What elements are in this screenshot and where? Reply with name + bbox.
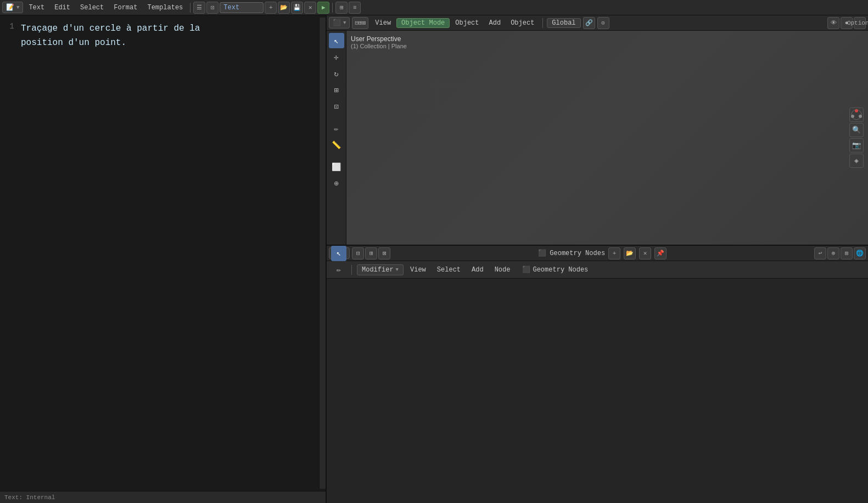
sep3	[542, 18, 543, 28]
camera-tool[interactable]: 📷	[849, 138, 864, 152]
geo-nodes-secondary-bar: ↖ ✏ ✂ Modifier ▼ View Select Add Node ⬛	[327, 261, 868, 279]
menu-text[interactable]: Text	[24, 3, 49, 13]
run-script-btn[interactable]: ▶	[317, 2, 329, 14]
text-line-2: position d'un point.	[21, 36, 315, 50]
overlay-btn[interactable]: 👁	[827, 17, 839, 29]
measure-tool[interactable]: 📏	[329, 137, 344, 152]
line-numbers: 1	[0, 18, 16, 489]
text-lines[interactable]: Traçage d'un cercle à partir de la posit…	[16, 18, 319, 489]
geo-layout-2[interactable]: ⊞	[365, 247, 377, 259]
geo-icon-4[interactable]: 🌐	[854, 247, 866, 259]
top-menubar: 📝 ▼ Text Edit Select Format Templates ☰ …	[0, 0, 868, 15]
viewport-perspective-label: User Perspective	[351, 35, 407, 43]
geo-icon-3[interactable]: ⊞	[841, 247, 853, 259]
close-text-btn[interactable]: ✕	[304, 2, 316, 14]
object-tool[interactable]: ⬜	[329, 159, 344, 174]
modifier-dropdown[interactable]: Modifier ▼	[357, 264, 404, 275]
viewport-menus: View Object Mode Object Add Object	[371, 18, 539, 28]
geo-browse-btn[interactable]: 📂	[624, 247, 636, 259]
geo-nodes-panel: ⬛ ▼ ⊟ ⊞ ⊠ ⬛ Geometry Nodes + 📂 ✕ 📌	[327, 246, 868, 503]
geo-layout-icons: ⊟ ⊞ ⊠	[352, 247, 390, 259]
geo-new-btn[interactable]: +	[608, 247, 620, 259]
viewport-menu-view[interactable]: View	[371, 18, 395, 28]
transform-global-btn[interactable]: Global	[547, 18, 580, 28]
object-mode-btn[interactable]: Object Mode	[396, 18, 450, 28]
main-area: 1 Traçage d'un cercle à partir de la pos…	[0, 15, 868, 503]
connections-svg	[327, 279, 868, 503]
geo-nodes-canvas[interactable]: ▼ Group Input Geometry ▼ Subtract	[327, 279, 868, 503]
viewport-editor-icon: ⬛	[333, 19, 341, 27]
svg-point-18	[851, 115, 854, 118]
editor-type-button[interactable]: 📝 ▼	[2, 2, 23, 13]
line-numbers-btn[interactable]: ≡	[349, 2, 361, 14]
viewport-menu-select[interactable]: Add	[485, 18, 506, 28]
render-mode-icon[interactable]: ◈	[849, 154, 864, 168]
origin-tool[interactable]: ⊕	[329, 176, 344, 191]
top-menu-items: Text Edit Select Format Templates	[24, 3, 187, 13]
geo-close-btn[interactable]: ✕	[639, 247, 651, 259]
status-bar: Text: Internal	[0, 491, 326, 503]
viewport-menu-add[interactable]: Object	[506, 18, 539, 28]
sync-btn[interactable]: ⊞	[335, 2, 348, 14]
geo-center-area: ⬛ Geometry Nodes + 📂 ✕ 📌	[393, 247, 812, 259]
menu-templates[interactable]: Templates	[143, 3, 187, 13]
text-editor-panel: 1 Traçage d'un cercle à partir de la pos…	[0, 15, 327, 503]
right-panel: ⬛ ▼ ⊟⊞⊠ View Object Mode Object Add Obje…	[327, 15, 868, 503]
geo-layout-3[interactable]: ⊠	[378, 247, 390, 259]
svg-point-17	[859, 115, 862, 118]
viewport-collection-label: (1) Collection | Plane	[351, 43, 407, 49]
geo-select-tool[interactable]: ↖	[331, 246, 346, 261]
line-number-1: 1	[10, 22, 14, 31]
viewport-layout-icons[interactable]: ⊟⊞⊠	[352, 17, 368, 29]
geo-icon-1[interactable]: ↩	[814, 247, 826, 259]
viewport-canvas[interactable]: ↖ ✛ ↻ ⊞ ⊡ ✏ 📏 ⬜ ⊕	[327, 31, 868, 245]
list-view-btn[interactable]: ☰	[193, 2, 205, 14]
snap-btn[interactable]: 🔗	[583, 17, 595, 29]
menu-select[interactable]: Select	[76, 3, 108, 13]
sep4	[351, 265, 352, 275]
geo-right-icons: ↩ ⊕ ⊞ 🌐	[814, 247, 866, 259]
menu-format[interactable]: Format	[109, 3, 142, 13]
geo-menu-select[interactable]: Select	[433, 265, 465, 275]
viewport-info: User Perspective (1) Collection | Plane	[351, 35, 407, 49]
save-text-btn[interactable]: 💾	[291, 2, 303, 14]
text-line-1: Traçage d'un cercle à partir de la	[21, 22, 315, 36]
viewport-menu-view2[interactable]: Object	[451, 18, 483, 28]
text-content-area: 1 Traçage d'un cercle à partir de la pos…	[0, 15, 326, 491]
scrollbar[interactable]	[319, 18, 326, 489]
separator-2	[332, 3, 333, 13]
text-name-field[interactable]: Text	[220, 2, 264, 13]
new-text-btn[interactable]: +	[265, 2, 277, 14]
geo-pin-btn[interactable]: 📌	[654, 247, 667, 259]
geo-icon-2[interactable]: ⊕	[827, 247, 839, 259]
options-btn[interactable]: Options	[854, 17, 866, 29]
viewport-3d: ⬛ ▼ ⊟⊞⊠ View Object Mode Object Add Obje…	[327, 15, 868, 246]
geo-secondary-menus: Modifier ▼ View Select Add Node	[357, 264, 514, 275]
geo-tree-icon: ⬛	[538, 249, 546, 257]
nav-gizmo[interactable]	[849, 108, 864, 122]
menu-edit[interactable]: Edit	[50, 3, 75, 13]
svg-point-16	[855, 109, 858, 112]
geo-breadcrumb-name: Geometry Nodes	[533, 266, 588, 274]
viewport-right-icons: 👁 ● Options	[827, 17, 866, 29]
word-wrap-btn[interactable]: ⊡	[206, 2, 219, 14]
geo-breadcrumb: ⬛ Geometry Nodes	[522, 265, 588, 274]
status-text: Text: Internal	[4, 494, 55, 501]
geo-menu-node[interactable]: Node	[490, 265, 515, 275]
open-text-btn[interactable]: 📂	[278, 2, 290, 14]
proportional-btn[interactable]: ⊙	[597, 17, 609, 29]
geo-breadcrumb-icon: ⬛	[522, 265, 530, 274]
geo-menu-add[interactable]: Add	[467, 265, 488, 275]
separator-1	[190, 3, 191, 13]
zoom-tool[interactable]: 🔍	[849, 123, 864, 137]
annotate-tool[interactable]: ✏	[329, 121, 344, 136]
geo-nodes-topbar: ⬛ ▼ ⊟ ⊞ ⊠ ⬛ Geometry Nodes + 📂 ✕ 📌	[327, 246, 868, 261]
editor-type-chevron: ▼	[16, 5, 19, 10]
editor-type-icon: 📝	[6, 3, 14, 12]
geo-annotate-tool[interactable]: ✏	[331, 262, 346, 278]
geo-layout-1[interactable]: ⊟	[352, 247, 364, 259]
geo-menu-view[interactable]: View	[406, 265, 430, 275]
geo-tree-name[interactable]: Geometry Nodes	[550, 250, 605, 257]
viewport-right-tools: 🔍 📷 ◈	[849, 108, 864, 168]
viewport-editor-type[interactable]: ⬛ ▼	[329, 17, 350, 29]
